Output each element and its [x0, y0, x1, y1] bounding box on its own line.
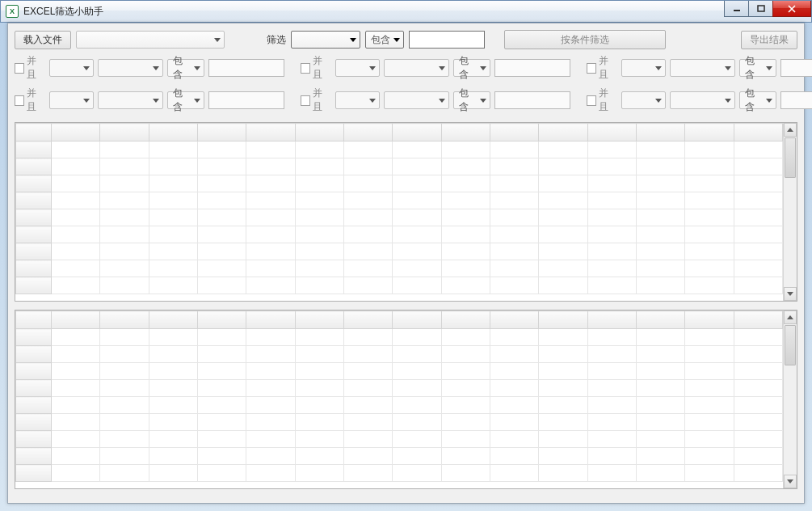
filter-value-input[interactable]: [409, 31, 485, 49]
grid-top[interactable]: [15, 122, 797, 302]
subfilter-5-value[interactable]: [494, 91, 570, 109]
chevron-down-icon: [725, 99, 731, 103]
app-icon: X: [6, 5, 19, 18]
table-row[interactable]: [16, 329, 783, 346]
subfilter-3-value[interactable]: [780, 59, 812, 77]
chevron-down-icon: [214, 38, 221, 42]
subfilter-row-2: 并且 包含 并且 包含 并且 包含: [15, 87, 797, 114]
table-row[interactable]: [16, 363, 783, 380]
subfilter-2-logic[interactable]: [335, 59, 380, 77]
chevron-down-icon: [83, 66, 90, 70]
apply-filter-button[interactable]: 按条件筛选: [504, 30, 666, 49]
load-file-button[interactable]: 载入文件: [15, 31, 71, 49]
subfilter-3-op[interactable]: 包含: [739, 59, 776, 77]
close-button[interactable]: [772, 1, 811, 17]
subfilter-2-check[interactable]: 并且: [301, 54, 331, 82]
subfilter-6-value[interactable]: [780, 91, 812, 109]
chevron-down-icon: [655, 66, 662, 70]
subfilter-6-check[interactable]: 并且: [587, 87, 617, 114]
grid-bottom-scrollbar[interactable]: [783, 310, 797, 488]
subfilter-3-field[interactable]: [670, 59, 735, 77]
maximize-button[interactable]: [748, 1, 772, 17]
grid-bottom[interactable]: [15, 310, 797, 489]
grid-top-table: [15, 123, 783, 294]
table-row[interactable]: [16, 465, 783, 482]
subfilter-4-check[interactable]: 并且: [15, 87, 45, 114]
subfilter-2-op[interactable]: 包含: [453, 59, 490, 77]
table-row[interactable]: [16, 175, 783, 192]
table-row[interactable]: [16, 346, 783, 363]
chevron-down-icon: [369, 99, 376, 103]
chevron-down-icon: [83, 99, 90, 103]
subfilter-2-value[interactable]: [494, 59, 570, 77]
subfilter-6-op[interactable]: 包含: [739, 91, 776, 109]
filter-label: 筛选: [267, 33, 286, 47]
subfilter-1-logic[interactable]: [49, 59, 94, 77]
chevron-down-icon: [153, 66, 159, 70]
svg-rect-1: [758, 6, 764, 11]
subfilter-1-check[interactable]: 并且: [15, 54, 45, 82]
grid-bottom-table: [15, 310, 783, 482]
chevron-down-icon: [439, 66, 445, 70]
subfilter-3-logic[interactable]: [621, 59, 666, 77]
subfilter-4-value[interactable]: [208, 91, 284, 109]
table-row[interactable]: [16, 414, 783, 431]
scroll-thumb[interactable]: [785, 137, 796, 178]
scroll-down-icon[interactable]: [784, 287, 797, 301]
table-row[interactable]: [16, 243, 783, 260]
table-row[interactable]: [16, 158, 783, 175]
svg-rect-0: [734, 10, 740, 11]
table-row[interactable]: [16, 277, 783, 294]
subfilter-3-check[interactable]: 并且: [587, 54, 617, 82]
window-title: EXCEL筛选小助手: [23, 5, 103, 19]
toolbar-row-1: 载入文件 筛选 包含 按条件筛选 导出结果: [15, 30, 797, 49]
table-row[interactable]: [16, 192, 783, 209]
subfilter-4-logic[interactable]: [49, 91, 94, 109]
chevron-down-icon: [766, 99, 772, 103]
minimize-button[interactable]: [724, 1, 748, 17]
export-button[interactable]: 导出结果: [741, 31, 797, 49]
chevron-down-icon: [393, 38, 400, 42]
scroll-thumb[interactable]: [785, 325, 796, 365]
table-row[interactable]: [16, 260, 783, 277]
file-combo[interactable]: [76, 31, 225, 49]
grid-top-scrollbar[interactable]: [783, 123, 797, 301]
subfilter-3: 并且 包含: [587, 54, 812, 82]
table-row[interactable]: [16, 226, 783, 243]
chevron-down-icon: [766, 66, 772, 70]
chevron-down-icon: [725, 66, 731, 70]
table-row[interactable]: [16, 380, 783, 397]
chevron-down-icon: [655, 99, 662, 103]
grids-container: [15, 122, 797, 489]
subfilter-1-op[interactable]: 包含: [167, 59, 204, 77]
filter-field-combo[interactable]: [291, 31, 360, 49]
table-row[interactable]: [16, 397, 783, 414]
scroll-up-icon[interactable]: [784, 310, 797, 324]
subfilter-5-logic[interactable]: [335, 91, 380, 109]
scroll-up-icon[interactable]: [784, 123, 797, 137]
subfilter-1: 并且 包含: [15, 54, 284, 82]
subfilter-2-field[interactable]: [384, 59, 449, 77]
subfilter-4-op[interactable]: 包含: [167, 91, 204, 109]
subfilter-4-field[interactable]: [98, 91, 163, 109]
table-row[interactable]: [16, 209, 783, 226]
window-buttons: [724, 1, 811, 17]
subfilter-6-logic[interactable]: [621, 91, 666, 109]
subfilter-1-value[interactable]: [208, 59, 284, 77]
table-row[interactable]: [16, 141, 783, 158]
filter-op-combo[interactable]: 包含: [365, 31, 404, 49]
subfilter-1-field[interactable]: [98, 59, 163, 77]
subfilter-5-field[interactable]: [384, 91, 449, 109]
titlebar: X EXCEL筛选小助手: [0, 0, 812, 23]
subfilter-6-field[interactable]: [670, 91, 735, 109]
scroll-down-icon[interactable]: [784, 475, 797, 488]
table-row[interactable]: [16, 448, 783, 465]
chevron-down-icon: [194, 66, 200, 70]
subfilter-6: 并且 包含: [587, 87, 812, 114]
table-row[interactable]: [16, 431, 783, 448]
subfilter-5: 并且 包含: [301, 87, 570, 114]
chevron-down-icon: [480, 66, 486, 70]
subfilter-5-op[interactable]: 包含: [453, 91, 490, 109]
subfilter-5-check[interactable]: 并且: [301, 87, 331, 114]
chevron-down-icon: [153, 99, 159, 103]
